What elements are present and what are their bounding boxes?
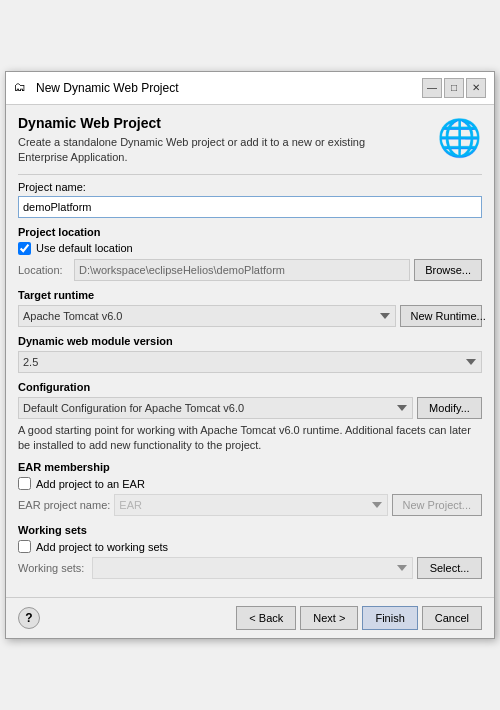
- title-bar-left: 🗂 New Dynamic Web Project: [14, 80, 179, 96]
- configuration-group: Configuration Default Configuration for …: [18, 381, 482, 454]
- cancel-button[interactable]: Cancel: [422, 606, 482, 630]
- use-default-location-checkbox[interactable]: [18, 242, 31, 255]
- web-module-version-select[interactable]: 2.5: [18, 351, 482, 373]
- project-location-label: Project location: [18, 226, 482, 238]
- minimize-button[interactable]: —: [422, 78, 442, 98]
- close-button[interactable]: ✕: [466, 78, 486, 98]
- help-button[interactable]: ?: [18, 607, 40, 629]
- modify-button[interactable]: Modify...: [417, 397, 482, 419]
- ear-membership-group: EAR membership Add project to an EAR EAR…: [18, 461, 482, 516]
- ear-project-name-select[interactable]: EAR: [114, 494, 387, 516]
- location-label: Location:: [18, 264, 70, 276]
- select-button[interactable]: Select...: [417, 557, 482, 579]
- title-bar-controls: — □ ✕: [422, 78, 486, 98]
- web-module-version-label: Dynamic web module version: [18, 335, 482, 347]
- next-button[interactable]: Next >: [300, 606, 358, 630]
- target-runtime-row: Apache Tomcat v6.0 New Runtime...: [18, 305, 482, 327]
- project-name-group: Project name:: [18, 181, 482, 218]
- configuration-label: Configuration: [18, 381, 482, 393]
- maximize-button[interactable]: □: [444, 78, 464, 98]
- working-sets-select[interactable]: [92, 557, 413, 579]
- project-location-group: Project location Use default location Lo…: [18, 226, 482, 281]
- add-to-ear-row: Add project to an EAR: [18, 477, 482, 490]
- target-runtime-select[interactable]: Apache Tomcat v6.0: [18, 305, 396, 327]
- ear-membership-label: EAR membership: [18, 461, 482, 473]
- page-description: Create a standalone Dynamic Web project …: [18, 135, 378, 166]
- target-runtime-group: Target runtime Apache Tomcat v6.0 New Ru…: [18, 289, 482, 327]
- location-input[interactable]: [74, 259, 410, 281]
- project-name-input[interactable]: [18, 196, 482, 218]
- browse-button[interactable]: Browse...: [414, 259, 482, 281]
- title-bar: 🗂 New Dynamic Web Project — □ ✕: [6, 72, 494, 105]
- working-sets-label: Working sets: [18, 524, 482, 536]
- ear-project-name-row: EAR project name: EAR New Project...: [18, 494, 482, 516]
- configuration-select[interactable]: Default Configuration for Apache Tomcat …: [18, 397, 413, 419]
- add-to-ear-label[interactable]: Add project to an EAR: [36, 478, 145, 490]
- location-row: Location: Browse...: [18, 259, 482, 281]
- new-runtime-button[interactable]: New Runtime...: [400, 305, 482, 327]
- dialog: 🗂 New Dynamic Web Project — □ ✕ Dynamic …: [5, 71, 495, 640]
- page-header-text: Dynamic Web Project Create a standalone …: [18, 115, 378, 166]
- add-to-working-sets-row: Add project to working sets: [18, 540, 482, 553]
- use-default-location-checkbox-label[interactable]: Use default location: [36, 242, 133, 254]
- footer-left: ?: [18, 607, 40, 629]
- working-sets-field-label: Working sets:: [18, 562, 88, 574]
- working-sets-group: Working sets Add project to working sets…: [18, 524, 482, 579]
- web-module-version-group: Dynamic web module version 2.5: [18, 335, 482, 373]
- back-button[interactable]: < Back: [236, 606, 296, 630]
- dialog-icon: 🗂: [14, 80, 30, 96]
- configuration-row: Default Configuration for Apache Tomcat …: [18, 397, 482, 419]
- use-default-location-row: Use default location: [18, 242, 482, 255]
- add-to-working-sets-checkbox[interactable]: [18, 540, 31, 553]
- add-to-ear-checkbox[interactable]: [18, 477, 31, 490]
- content-area: Dynamic Web Project Create a standalone …: [6, 105, 494, 598]
- dialog-title: New Dynamic Web Project: [36, 81, 179, 95]
- footer-right: < Back Next > Finish Cancel: [236, 606, 482, 630]
- working-sets-select-row: Working sets: Select...: [18, 557, 482, 579]
- new-project-button[interactable]: New Project...: [392, 494, 482, 516]
- config-description: A good starting point for working with A…: [18, 423, 482, 454]
- project-name-label: Project name:: [18, 181, 482, 193]
- add-to-working-sets-label[interactable]: Add project to working sets: [36, 541, 168, 553]
- target-runtime-label: Target runtime: [18, 289, 482, 301]
- finish-button[interactable]: Finish: [362, 606, 417, 630]
- header-icon: 🌐: [437, 117, 482, 159]
- page-header: Dynamic Web Project Create a standalone …: [18, 115, 482, 166]
- ear-project-name-label: EAR project name:: [18, 499, 110, 511]
- page-title: Dynamic Web Project: [18, 115, 378, 131]
- footer: ? < Back Next > Finish Cancel: [6, 597, 494, 638]
